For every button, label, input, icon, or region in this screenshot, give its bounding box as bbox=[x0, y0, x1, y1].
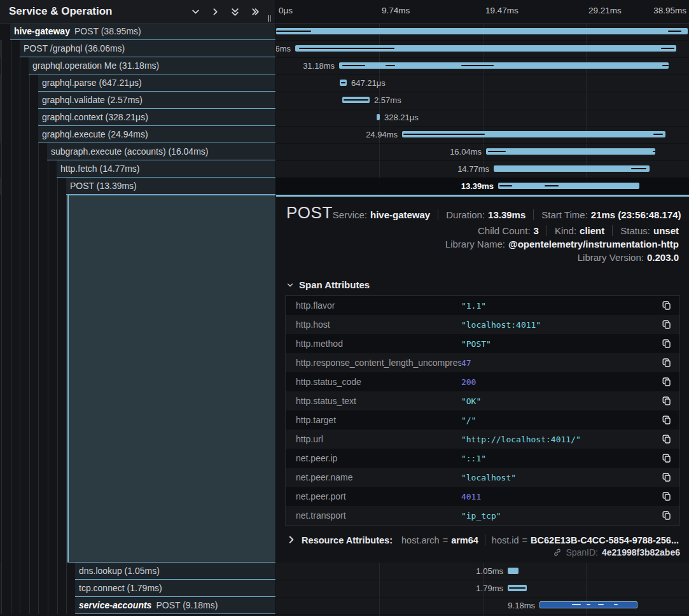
span-bar[interactable] bbox=[508, 585, 527, 591]
attribute-row: http.method"POST" bbox=[286, 334, 679, 353]
meta-item: Start Time:21ms (23:56:48.174) bbox=[541, 209, 681, 220]
indent-gutter bbox=[0, 580, 75, 597]
collapse-one-icon[interactable] bbox=[191, 7, 200, 17]
panel-divider[interactable] bbox=[275, 0, 276, 616]
link-icon[interactable] bbox=[553, 548, 562, 557]
tree-header: Service & Operation bbox=[0, 0, 276, 24]
span-bar[interactable] bbox=[342, 97, 370, 103]
span-tree-row[interactable]: service-accountsPOST (9.18ms) bbox=[0, 597, 276, 614]
child-span-mark bbox=[662, 65, 669, 67]
duration-label: 14.77ms bbox=[457, 164, 489, 174]
span-bar[interactable] bbox=[498, 183, 639, 189]
attribute-value: "localhost" bbox=[461, 473, 662, 482]
timeline-row: 647.21μs bbox=[276, 74, 689, 92]
child-span-mark bbox=[614, 604, 618, 605]
span-tree-row[interactable]: dns.lookup (1.05ms) bbox=[0, 563, 276, 580]
copy-icon[interactable] bbox=[662, 339, 672, 349]
expand-one-icon[interactable] bbox=[211, 7, 220, 17]
span-row-content: graphql.execute (24.94ms) bbox=[38, 126, 276, 143]
equals-sign: = bbox=[522, 535, 527, 545]
meta-value: 21ms (23:56:48.174) bbox=[591, 209, 681, 220]
indent-gutter bbox=[0, 23, 10, 40]
copy-icon[interactable] bbox=[662, 300, 672, 311]
span-tree-row[interactable]: graphql.execute (24.94ms) bbox=[0, 126, 276, 143]
span-tree-row[interactable]: POST (13.39ms) bbox=[0, 178, 276, 195]
span-row-content: graphql.operation Me (31.18ms) bbox=[29, 57, 276, 74]
operation-label: subgraph.execute (accounts) (16.04ms) bbox=[51, 146, 208, 157]
meta-value: 0.203.0 bbox=[647, 252, 679, 263]
operation-label: graphql.operation Me (31.18ms) bbox=[32, 60, 159, 71]
operation-label: POST (13.39ms) bbox=[70, 181, 137, 191]
span-bar[interactable] bbox=[340, 80, 347, 86]
operation-label: http.fetch (14.77ms) bbox=[60, 164, 140, 174]
span-bar[interactable] bbox=[539, 601, 637, 608]
span-tree-row[interactable]: graphql.context (328.21μs) bbox=[0, 109, 276, 126]
timeline-row bbox=[276, 23, 689, 41]
attribute-value: 47 bbox=[461, 358, 662, 368]
meta-item: Library Version:0.203.0 bbox=[578, 252, 679, 263]
panel-resize-handle[interactable] bbox=[268, 15, 273, 22]
attribute-value: "/" bbox=[461, 416, 662, 425]
span-tree-row[interactable]: graphql.parse (647.21μs) bbox=[0, 74, 276, 92]
copy-icon[interactable] bbox=[662, 396, 672, 406]
span-bar[interactable] bbox=[402, 131, 665, 137]
copy-icon[interactable] bbox=[662, 472, 672, 482]
resource-attributes-title: Resource Attributes: bbox=[302, 535, 393, 545]
span-bar[interactable] bbox=[339, 62, 669, 69]
attribute-row: http.url"http://localhost:4011/" bbox=[286, 430, 679, 449]
resource-attributes-toggle[interactable]: Resource Attributes: host.arch=arm64host… bbox=[286, 535, 679, 545]
operation-label: dns.lookup (1.05ms) bbox=[79, 566, 160, 576]
child-span-mark bbox=[403, 134, 485, 136]
span-tree-row[interactable]: POST /graphql (36.06ms) bbox=[0, 40, 276, 57]
copy-icon[interactable] bbox=[662, 491, 672, 501]
child-span-mark bbox=[488, 151, 506, 153]
span-tree-row[interactable]: subgraph.execute (accounts) (16.04ms) bbox=[0, 143, 276, 160]
copy-icon[interactable] bbox=[662, 358, 672, 368]
child-span-mark bbox=[545, 185, 559, 187]
span-attributes-toggle[interactable]: Span Attributes bbox=[286, 279, 679, 290]
span-tree-row[interactable]: graphql.operation Me (31.18ms) bbox=[0, 57, 276, 74]
copy-icon[interactable] bbox=[662, 510, 672, 521]
span-tree-row[interactable]: http.fetch (14.77ms) bbox=[0, 160, 276, 178]
copy-icon[interactable] bbox=[662, 415, 672, 425]
span-row-content: POST (13.39ms) bbox=[66, 178, 276, 195]
span-bar[interactable] bbox=[295, 45, 676, 52]
meta-value: @opentelemetry/instrumentation-http bbox=[508, 239, 679, 249]
span-title: POST bbox=[286, 203, 333, 223]
meta-divider bbox=[438, 209, 438, 220]
span-bar[interactable] bbox=[486, 148, 655, 155]
attribute-key: http.method bbox=[286, 339, 461, 349]
timeline-row: 31.18ms bbox=[276, 57, 689, 75]
span-tree-row[interactable]: graphql.validate (2.57ms) bbox=[0, 92, 276, 109]
span-bar[interactable] bbox=[377, 114, 380, 120]
span-row-content: graphql.parse (647.21μs) bbox=[38, 74, 276, 92]
chevron-down-icon bbox=[286, 281, 294, 289]
duration-label: 328.21μs bbox=[384, 113, 419, 122]
child-span-mark bbox=[276, 31, 311, 32]
span-tree-row[interactable]: hive-gatewayPOST (38.95ms) bbox=[0, 23, 276, 40]
duration-label: 9.18ms bbox=[508, 601, 535, 610]
collapse-all-icon[interactable] bbox=[230, 7, 240, 17]
attribute-key: http.host bbox=[286, 319, 461, 330]
span-row-content: graphql.context (328.21μs) bbox=[38, 109, 276, 126]
attribute-key: http.flavor bbox=[286, 300, 461, 311]
timeline-row: 14.77ms bbox=[276, 160, 689, 178]
child-span-mark bbox=[653, 151, 655, 153]
span-tree-row[interactable]: tcp.connect (1.79ms) bbox=[0, 580, 276, 597]
span-bar[interactable] bbox=[494, 165, 650, 172]
copy-icon[interactable] bbox=[662, 377, 672, 387]
span-bar[interactable] bbox=[508, 568, 518, 574]
meta-divider bbox=[546, 225, 547, 236]
attribute-value: "1.1" bbox=[461, 301, 662, 311]
span-bar[interactable] bbox=[276, 28, 688, 34]
ruler-tick: 9.74ms bbox=[382, 6, 410, 15]
expand-all-icon[interactable] bbox=[250, 7, 260, 17]
copy-icon[interactable] bbox=[662, 434, 672, 444]
child-span-mark bbox=[661, 48, 674, 50]
copy-icon[interactable] bbox=[662, 453, 672, 463]
tree-header-title: Service & Operation bbox=[9, 5, 113, 18]
attribute-key: net.peer.name bbox=[286, 472, 461, 482]
timeline-row: 16.04ms bbox=[276, 143, 689, 161]
span-tree-panel: hive-gatewayPOST (38.95ms)POST /graphql … bbox=[0, 0, 276, 616]
copy-icon[interactable] bbox=[662, 319, 672, 330]
